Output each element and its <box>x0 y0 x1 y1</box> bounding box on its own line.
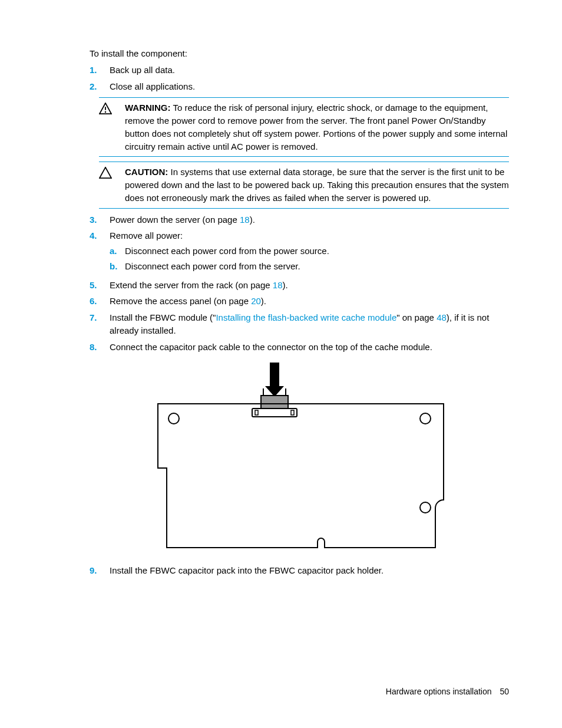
steps-list: 1. Back up all data. 2. Close all applic… <box>90 64 509 93</box>
footer-page-number: 50 <box>500 687 509 696</box>
caution-icon <box>99 166 112 204</box>
warning-body: To reduce the risk of personal injury, e… <box>125 103 507 151</box>
step-text: Install the FBWC module ("Installing the… <box>110 311 509 337</box>
step-number: 2. <box>90 80 99 93</box>
caution-label: CAUTION: <box>125 167 168 177</box>
step-number: 5. <box>90 279 99 292</box>
svg-point-8 <box>168 413 179 424</box>
caution-text: CAUTION: In systems that use external da… <box>125 166 509 204</box>
svg-point-10 <box>420 502 431 513</box>
step-number: 8. <box>90 341 99 354</box>
substep-text: Disconnect each power cord from the serv… <box>125 260 300 273</box>
page-footer: Hardware options installation 50 <box>386 686 509 697</box>
svg-rect-5 <box>252 409 297 417</box>
steps-list-cont2: 9. Install the FBWC capacitor pack into … <box>90 564 509 577</box>
step-text: Install the FBWC capacitor pack into the… <box>110 564 509 577</box>
warning-text: WARNING: To reduce the risk of personal … <box>125 101 509 153</box>
step-text: Extend the server from the rack (on page… <box>110 279 509 292</box>
footer-section: Hardware options installation <box>386 687 492 696</box>
step-number: 7. <box>90 311 99 337</box>
step-text: Remove all power: a. Disconnect each pow… <box>110 229 509 275</box>
svg-point-1 <box>105 111 107 113</box>
substep-letter: b. <box>110 260 119 273</box>
svg-rect-2 <box>270 363 279 386</box>
cache-module-figure <box>90 361 509 556</box>
step-number: 4. <box>90 229 99 275</box>
step-text: Remove the access panel (on page 20). <box>110 295 509 308</box>
step-number: 3. <box>90 213 99 226</box>
warning-label: WARNING: <box>125 103 171 113</box>
page-link[interactable]: 20 <box>251 296 261 306</box>
step-number: 1. <box>90 64 99 77</box>
warning-admonition: WARNING: To reduce the risk of personal … <box>99 97 509 157</box>
warning-icon <box>99 101 112 153</box>
step-text: Connect the capacitor pack cable to the … <box>110 341 509 354</box>
caution-admonition: CAUTION: In systems that use external da… <box>99 162 509 208</box>
substep-letter: a. <box>110 245 119 258</box>
step-text: Power down the server (on page 18). <box>110 213 509 226</box>
document-page: To install the component: 1. Back up all… <box>0 0 562 610</box>
page-link[interactable]: 48 <box>437 312 447 322</box>
step-text: Close all applications. <box>110 80 509 93</box>
page-link[interactable]: 18 <box>273 280 283 290</box>
page-link[interactable]: 18 <box>240 215 250 225</box>
cross-reference-link[interactable]: Installing the flash-backed write cache … <box>216 312 396 322</box>
svg-point-9 <box>420 413 431 424</box>
substeps-list: a. Disconnect each power cord from the p… <box>110 245 509 273</box>
substep-text: Disconnect each power cord from the powe… <box>125 245 329 258</box>
step-number: 9. <box>90 564 99 577</box>
step-text: Back up all data. <box>110 64 509 77</box>
caution-body: In systems that use external data storag… <box>125 167 509 203</box>
step-number: 6. <box>90 295 99 308</box>
intro-text: To install the component: <box>90 47 509 60</box>
steps-list-cont: 3. Power down the server (on page 18). 4… <box>90 213 509 354</box>
